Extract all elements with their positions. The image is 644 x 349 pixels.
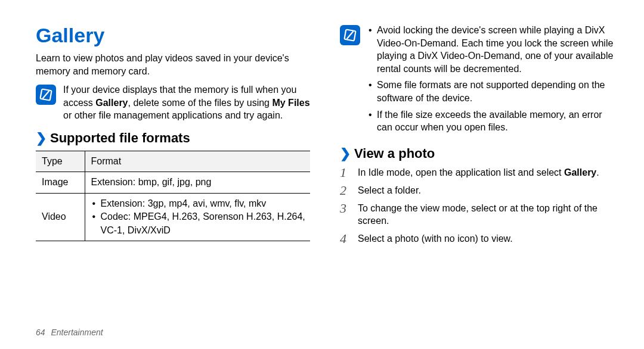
- step-2: 2 Select a folder.: [340, 184, 614, 197]
- cell-image-type: Image: [36, 172, 85, 193]
- step-3: 3 To change the view mode, select or at …: [340, 202, 614, 228]
- page-columns: Gallery Learn to view photos and play vi…: [36, 24, 614, 250]
- table-row-video: Video Extension: 3gp, mp4, avi, wmv, flv…: [36, 193, 310, 241]
- video-format-codec: Codec: MPEG4, H.263, Sorenson H.263, H.2…: [91, 210, 306, 237]
- page-number: 64: [36, 328, 45, 337]
- section-heading-label: View a photo: [354, 146, 435, 161]
- th-format: Format: [85, 151, 310, 172]
- step-text: Select a photo (with no icon) to view.: [358, 232, 513, 245]
- step-text: Select a folder.: [358, 184, 421, 197]
- step-1: 1 In Idle mode, open the application lis…: [340, 166, 614, 179]
- cell-image-format: Extension: bmp, gif, jpg, png: [85, 172, 310, 193]
- right-column: Avoid locking the device's screen while …: [340, 24, 614, 250]
- page-title: Gallery: [36, 24, 310, 47]
- section-heading-label: Supported file formats: [50, 130, 190, 146]
- page-category: Entertainment: [51, 328, 103, 337]
- intro-text: Learn to view photos and play videos sav…: [36, 52, 310, 77]
- note-icon: [36, 85, 56, 105]
- note-block-tips: Avoid locking the device's screen while …: [340, 24, 614, 138]
- note-block-memory-full: If your device displays that the memory …: [36, 83, 310, 122]
- note-text-tail: or other file management applications an…: [63, 110, 283, 120]
- left-column: Gallery Learn to view photos and play vi…: [36, 24, 310, 250]
- note-body: If your device displays that the memory …: [63, 83, 310, 122]
- chevron-icon: ❯: [36, 130, 47, 146]
- note-item-divx: Avoid locking the device's screen while …: [367, 24, 614, 75]
- video-format-ext: Extension: 3gp, mp4, avi, wmv, flv, mkv: [91, 197, 306, 210]
- step-number: 2: [340, 184, 351, 197]
- page-footer: 64 Entertainment: [36, 328, 103, 337]
- cell-video-type: Video: [36, 193, 85, 241]
- step-text: In Idle mode, open the application list …: [358, 166, 599, 179]
- note-item-formats: Some file formats are not supported depe…: [367, 79, 614, 104]
- table-header-row: Type Format: [36, 151, 310, 172]
- step-number: 1: [340, 166, 351, 179]
- table-row-image: Image Extension: bmp, gif, jpg, png: [36, 172, 310, 193]
- th-type: Type: [36, 151, 85, 172]
- chevron-icon: ❯: [340, 146, 351, 161]
- note-text-mid: , delete some of the files by using: [128, 98, 273, 108]
- steps-list: 1 In Idle mode, open the application lis…: [340, 166, 614, 245]
- note-icon: [340, 25, 360, 45]
- section-heading-view: ❯ View a photo: [340, 146, 614, 161]
- section-heading-supported: ❯ Supported file formats: [36, 130, 310, 146]
- formats-table: Type Format Image Extension: bmp, gif, j…: [36, 151, 310, 241]
- step-number: 4: [340, 232, 351, 245]
- note-body: Avoid locking the device's screen while …: [367, 24, 614, 138]
- step-number: 3: [340, 202, 351, 215]
- note-item-memory: If the file size exceeds the available m…: [367, 108, 614, 134]
- step-text: To change the view mode, select or at th…: [358, 202, 614, 228]
- cell-video-format: Extension: 3gp, mp4, avi, wmv, flv, mkv …: [85, 193, 310, 241]
- note-text-bold1: Gallery: [95, 98, 128, 108]
- note-text-bold2: My Files: [272, 98, 309, 108]
- step-4: 4 Select a photo (with no icon) to view.: [340, 232, 614, 245]
